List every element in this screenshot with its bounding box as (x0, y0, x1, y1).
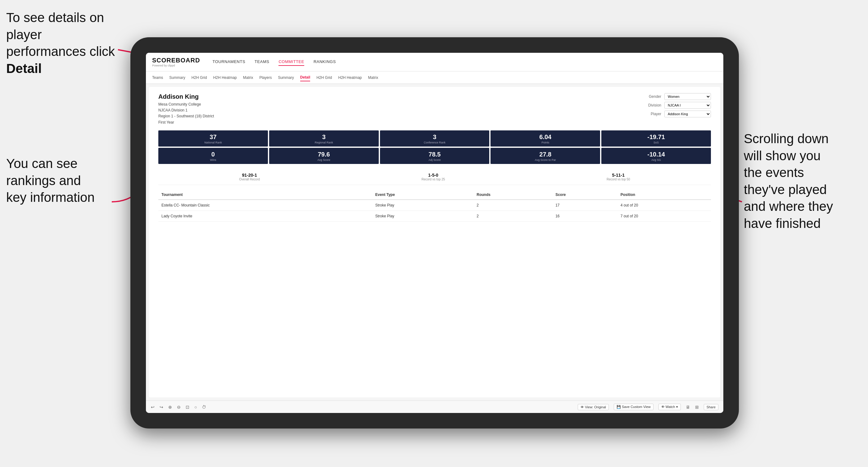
player-info: Addison King Mesa Community College NJCA… (158, 93, 214, 125)
row1-event-type: Stroke Play (372, 200, 473, 211)
gender-label: Gender (643, 94, 661, 99)
record-overall-label: Overall Record (239, 178, 260, 181)
stat-wins-label: Wins (160, 158, 266, 161)
stat-sos-label: SoS (603, 141, 709, 144)
row1-tournament: Estella CC- Mountain Classic (158, 200, 372, 211)
player-region: Region 1 - Southwest (18) District (158, 113, 214, 119)
sub-nav-h2h-grid2[interactable]: H2H Grid (316, 74, 332, 81)
watch-button[interactable]: 👁 Watch ▾ (658, 404, 681, 410)
row2-event-type: Stroke Play (372, 211, 473, 221)
division-control: Division NJCAA I NJCAA II (643, 102, 711, 109)
player-select[interactable]: Addison King (664, 111, 711, 117)
stat-wins: 0 Wins (158, 148, 268, 164)
stat-avg-score-par-value: 27.8 (492, 151, 598, 158)
row2-tournament: Lady Coyote Invite (158, 211, 372, 221)
record-row: 91-20-1 Overall Record 1-5-0 Record vs t… (158, 169, 711, 185)
sub-nav-h2h-heatmap2[interactable]: H2H Heatmap (338, 74, 362, 81)
toolbar-fit-icon[interactable]: ⊡ (186, 405, 189, 410)
record-overall-value: 91-20-1 (239, 173, 260, 178)
player-school: Mesa Community College (158, 101, 214, 107)
toolbar-circle-icon[interactable]: ○ (194, 405, 197, 410)
col-rounds: Rounds (473, 190, 552, 200)
nav-item-committee[interactable]: COMMITTEE (278, 58, 304, 66)
stat-conference-rank: 3 Conference Rank (380, 130, 490, 147)
sub-nav-teams[interactable]: Teams (152, 74, 163, 81)
row2-score: 16 (552, 211, 617, 221)
toolbar-timer-icon[interactable]: ⏱ (202, 405, 206, 410)
stat-conference-rank-value: 3 (382, 133, 488, 141)
col-position: Position (617, 190, 711, 200)
col-score: Score (552, 190, 617, 200)
sub-nav-summary2[interactable]: Summary (278, 74, 294, 81)
save-custom-view-button[interactable]: 💾 Save Custom View (614, 404, 653, 410)
record-top25: 1-5-0 Record vs top 25 (422, 173, 445, 181)
gender-select[interactable]: Women Men (664, 93, 711, 100)
annotation-top-left: To see details on player performances cl… (6, 9, 124, 77)
row2-position: 7 out of 20 (617, 211, 711, 221)
stat-points-label: Points (492, 141, 598, 144)
record-top50-value: 5-11-1 (607, 173, 630, 178)
logo-title: SCOREBOARD (152, 57, 200, 64)
record-top50-label: Record vs top 50 (607, 178, 630, 181)
division-select[interactable]: NJCAA I NJCAA II (664, 102, 711, 109)
stat-national-rank-value: 37 (160, 133, 266, 141)
toolbar-redo-icon[interactable]: ↪ (160, 405, 163, 410)
logo-sub: Powered by clippd (152, 64, 200, 67)
record-top25-label: Record vs top 25 (422, 178, 445, 181)
stat-avg-score: 79.6 Avg Score (269, 148, 379, 164)
record-top50: 5-11-1 Record vs top 50 (607, 173, 630, 181)
row1-position: 4 out of 20 (617, 200, 711, 211)
row1-score: 17 (552, 200, 617, 211)
stat-sos-value: -19.71 (603, 133, 709, 141)
col-event-type: Event Type (372, 190, 473, 200)
nav-item-tournaments[interactable]: TOURNAMENTS (212, 58, 245, 66)
stat-avg-score-label: Avg Score (271, 158, 377, 161)
view-original-button[interactable]: 👁 View: Original (578, 404, 609, 410)
nav-item-rankings[interactable]: RANKINGS (314, 58, 336, 66)
table-row: Lady Coyote Invite Stroke Play 2 16 7 ou… (158, 211, 711, 221)
toolbar-zoom-out-icon[interactable]: ⊖ (177, 405, 181, 410)
row1-rounds: 2 (473, 200, 552, 211)
nav-item-teams[interactable]: TEAMS (254, 58, 269, 66)
record-overall: 91-20-1 Overall Record (239, 173, 260, 181)
sub-nav-matrix2[interactable]: Matrix (368, 74, 378, 81)
player-controls: Gender Women Men Division NJCAA I NJCAA … (643, 93, 711, 125)
logo-area: SCOREBOARD Powered by clippd (152, 57, 200, 67)
tablet-frame: SCOREBOARD Powered by clippd TOURNAMENTS… (130, 37, 739, 429)
share-button[interactable]: Share (704, 404, 718, 410)
sub-nav-h2h-grid1[interactable]: H2H Grid (191, 74, 207, 81)
sub-nav-h2h-heatmap1[interactable]: H2H Heatmap (213, 74, 237, 81)
tablet-screen: SCOREBOARD Powered by clippd TOURNAMENTS… (146, 53, 723, 413)
stat-regional-rank: 3 Regional Rank (269, 130, 379, 147)
content-panel: Addison King Mesa Community College NJCA… (149, 87, 720, 398)
nav-items: TOURNAMENTS TEAMS COMMITTEE RANKINGS (212, 58, 336, 66)
toolbar-undo-icon[interactable]: ↩ (151, 405, 155, 410)
stats-grid-row2: 0 Wins 79.6 Avg Score 78.5 Adj Score 27.… (158, 148, 711, 164)
bottom-toolbar: ↩ ↪ ⊕ ⊖ ⊡ ○ ⏱ 👁 View: Original 💾 Save Cu… (146, 401, 723, 413)
toolbar-grid-icon[interactable]: ⊞ (695, 405, 699, 410)
stat-wins-value: 0 (160, 151, 266, 158)
col-tournament: Tournament (158, 190, 372, 200)
table-row: Estella CC- Mountain Classic Stroke Play… (158, 200, 711, 211)
stat-avg-sg: -10.14 Avg SG (601, 148, 711, 164)
stat-avg-sg-value: -10.14 (603, 151, 709, 158)
sub-nav-players[interactable]: Players (259, 74, 272, 81)
sub-nav-detail[interactable]: Detail (300, 74, 310, 81)
stat-sos: -19.71 SoS (601, 130, 711, 147)
player-header: Addison King Mesa Community College NJCA… (158, 93, 711, 125)
sub-nav-matrix1[interactable]: Matrix (243, 74, 253, 81)
record-top25-value: 1-5-0 (422, 173, 445, 178)
stat-points-value: 6.04 (492, 133, 598, 141)
player-division: NJCAA Division 1 (158, 107, 214, 113)
stat-avg-score-par: 27.8 Avg Score to Par (491, 148, 600, 164)
toolbar-zoom-in-icon[interactable]: ⊕ (168, 405, 172, 410)
stat-adj-score: 78.5 Adj Score (380, 148, 490, 164)
stat-adj-score-label: Adj Score (382, 158, 488, 161)
toolbar-screen-icon[interactable]: 🖥 (686, 405, 690, 410)
table-header: Tournament Event Type Rounds Score Posit… (158, 190, 711, 200)
player-name: Addison King (158, 93, 214, 100)
tournament-table: Tournament Event Type Rounds Score Posit… (158, 190, 711, 222)
player-year: First Year (158, 120, 214, 125)
stat-adj-score-value: 78.5 (382, 151, 488, 158)
sub-nav-summary1[interactable]: Summary (169, 74, 185, 81)
